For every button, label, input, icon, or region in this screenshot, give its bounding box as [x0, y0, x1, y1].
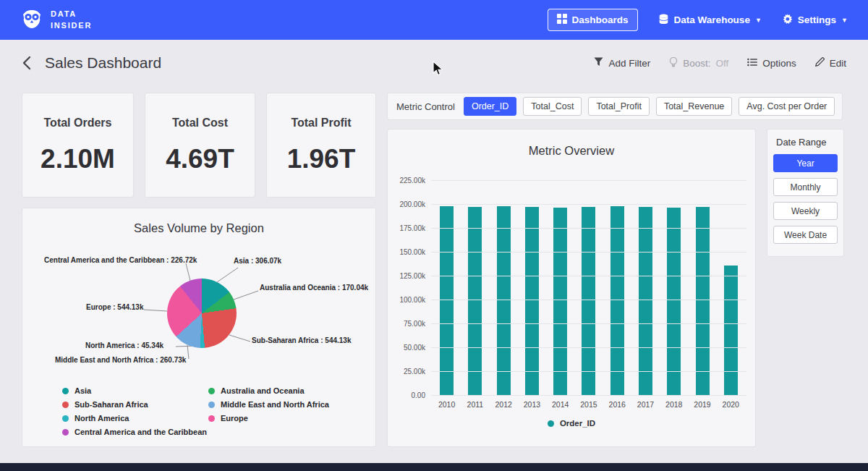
legend-dot — [62, 429, 69, 436]
pie-legend-item-central-america[interactable]: Central America and the Caribbean — [62, 428, 208, 436]
bar-2013[interactable] — [525, 207, 539, 395]
pie-legend: Asia Sub-Saharan Africa North America Ce… — [62, 386, 329, 436]
legend-dot — [548, 420, 554, 427]
bar-column: 2020 — [723, 180, 738, 395]
sales-volume-pie-card: Sales Volume by Region Central America a… — [22, 208, 376, 447]
data-warehouse-label: Data Warehouse — [674, 14, 750, 25]
pie-legend-item-australia[interactable]: Australia and Oceania — [208, 386, 329, 395]
x-tick-label: 2011 — [467, 400, 484, 409]
bottom-bar — [0, 463, 868, 471]
x-tick-label: 2020 — [723, 400, 739, 409]
date-range-label: Date Range — [776, 137, 838, 148]
bar-2014[interactable] — [553, 208, 567, 395]
gridline — [431, 323, 746, 324]
options-button[interactable]: Options — [747, 58, 796, 69]
bar-chart-legend[interactable]: Order_ID — [388, 419, 755, 428]
date-range-panel: Date Range Year Monthly Weekly Week Date — [767, 129, 844, 257]
gridline — [431, 204, 746, 205]
kpi-card-total-profit: Total Profit 1.96T — [266, 93, 376, 198]
gridline — [431, 371, 746, 372]
pie-area: Central America and the Caribbean : 226.… — [22, 237, 375, 386]
metric-button-total-profit[interactable]: Total_Profit — [588, 97, 650, 116]
metric-overview-chart-card: Metric Overview 225.00k200.00k175.00k150… — [387, 129, 756, 447]
date-button-monthly[interactable]: Monthly — [773, 178, 838, 196]
pie-legend-item-europe[interactable]: Europe — [208, 414, 329, 423]
bar-column: 2012 — [496, 180, 511, 395]
boost-icon — [669, 57, 678, 69]
x-tick-label: 2017 — [637, 400, 654, 409]
pie-legend-item-sub-saharan-africa[interactable]: Sub-Saharan Africa — [62, 400, 208, 409]
bar-grid: 2010201120122013201420152016201720182019… — [431, 180, 746, 395]
kpi-value: 1.96T — [287, 144, 356, 174]
brand-name: DATA INSIDER — [51, 9, 92, 31]
legend-dot — [62, 402, 69, 408]
x-tick-label: 2013 — [524, 400, 540, 409]
y-tick-label: 0.00 — [412, 391, 425, 399]
bar-column: 2019 — [695, 180, 710, 395]
x-tick-label: 2012 — [495, 400, 511, 409]
date-button-year[interactable]: Year — [773, 154, 838, 172]
kpi-value: 4.69T — [166, 144, 234, 174]
kpi-value: 2.10M — [41, 144, 115, 174]
bar-2017[interactable] — [639, 207, 652, 395]
metric-button-total-revenue[interactable]: Total_Revenue — [656, 97, 732, 116]
pie-legend-item-asia[interactable]: Asia — [62, 386, 208, 395]
boost-toggle[interactable]: Boost: Off — [669, 57, 728, 69]
kpi-label: Total Cost — [172, 116, 228, 130]
bar-2018[interactable] — [667, 208, 681, 396]
edit-button[interactable]: Edit — [815, 57, 846, 69]
filter-funnel-icon — [594, 57, 603, 69]
bar-2016[interactable] — [610, 206, 624, 395]
bar-2010[interactable] — [440, 206, 454, 395]
add-filter-label: Add Filter — [608, 58, 650, 69]
dashboard-header: Sales Dashboard Add Filter Boost: Off — [0, 40, 868, 86]
y-tick-label: 75.00k — [404, 320, 425, 328]
options-list-icon — [747, 58, 757, 69]
metric-button-order-id[interactable]: Order_ID — [464, 97, 516, 116]
y-tick-label: 125.00k — [399, 271, 425, 279]
metric-button-total-cost[interactable]: Total_Cost — [523, 97, 582, 116]
back-button[interactable] — [22, 56, 32, 70]
x-tick-label: 2019 — [694, 400, 710, 409]
settings-menu[interactable]: Settings ▼ — [782, 14, 848, 27]
pie-callout-sub-saharan: Sub-Saharan Africa : 544.13k — [252, 336, 351, 344]
brand-line-2: INSIDER — [51, 20, 92, 31]
chevron-down-icon: ▼ — [841, 17, 848, 24]
gridline — [431, 300, 746, 300]
gridline — [431, 276, 746, 276]
brand-line-1: DATA — [51, 9, 92, 20]
header-actions: Add Filter Boost: Off Options — [594, 57, 846, 69]
database-icon — [658, 14, 669, 27]
bar-2019[interactable] — [696, 207, 710, 395]
settings-label: Settings — [798, 14, 836, 25]
y-tick-label: 25.00k — [404, 367, 425, 375]
gear-icon — [782, 14, 793, 27]
legend-label: Central America and the Caribbean — [75, 428, 207, 436]
date-button-week-date[interactable]: Week Date — [773, 226, 838, 244]
y-tick-label: 150.00k — [399, 248, 425, 256]
add-filter-button[interactable]: Add Filter — [594, 57, 650, 69]
bar-column: 2015 — [582, 180, 596, 395]
dashboards-button[interactable]: Dashboards — [548, 9, 638, 31]
kpi-card-total-cost: Total Cost 4.69T — [145, 93, 255, 198]
date-button-weekly[interactable]: Weekly — [773, 202, 838, 220]
kpi-label: Total Profit — [291, 116, 351, 130]
pie-chart[interactable] — [167, 279, 237, 348]
bar-2020[interactable] — [724, 266, 738, 395]
pie-legend-item-middle-east[interactable]: Middle East and North Africa — [208, 400, 329, 409]
legend-dot — [208, 388, 215, 394]
y-tick-label: 225.00k — [399, 177, 425, 184]
pie-legend-item-north-america[interactable]: North America — [62, 414, 208, 423]
pie-callout-asia: Asia : 306.07k — [234, 257, 281, 265]
metric-control-label: Metric Control — [396, 101, 455, 112]
bar-column: 2017 — [638, 180, 652, 395]
kpi-label: Total Orders — [44, 116, 112, 130]
bar-2011[interactable] — [468, 207, 482, 395]
bar-2015[interactable] — [582, 207, 595, 395]
metric-button-avg-cost-per-order[interactable]: Avg. Cost per Order — [739, 97, 835, 116]
pie-callout-australia: Australia and Oceania : 170.04k — [260, 284, 368, 292]
bar-2012[interactable] — [497, 206, 511, 395]
x-tick-label: 2018 — [665, 400, 682, 409]
legend-label: North America — [75, 414, 129, 423]
data-warehouse-menu[interactable]: Data Warehouse ▼ — [658, 14, 762, 27]
